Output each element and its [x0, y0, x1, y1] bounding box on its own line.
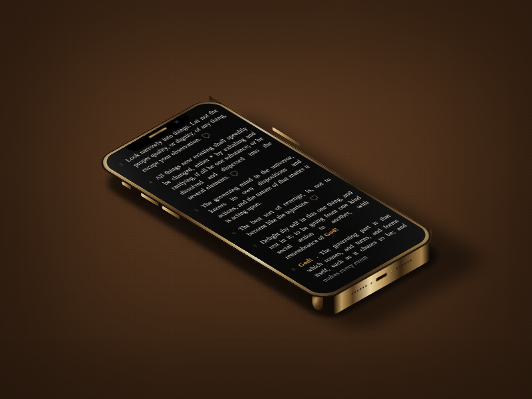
speaker-grille-right — [396, 259, 411, 269]
front-camera-icon — [174, 120, 180, 123]
annotation-icon[interactable] — [229, 170, 239, 176]
screw-right — [391, 270, 392, 273]
annotation-icon[interactable] — [201, 132, 210, 138]
speaker-grille-left — [352, 285, 366, 295]
backdrop: 3 Look narrowly into things. Let not the… — [0, 0, 532, 399]
annotation-icon[interactable] — [309, 195, 319, 200]
charging-port — [376, 272, 387, 282]
screw-left — [370, 281, 372, 285]
